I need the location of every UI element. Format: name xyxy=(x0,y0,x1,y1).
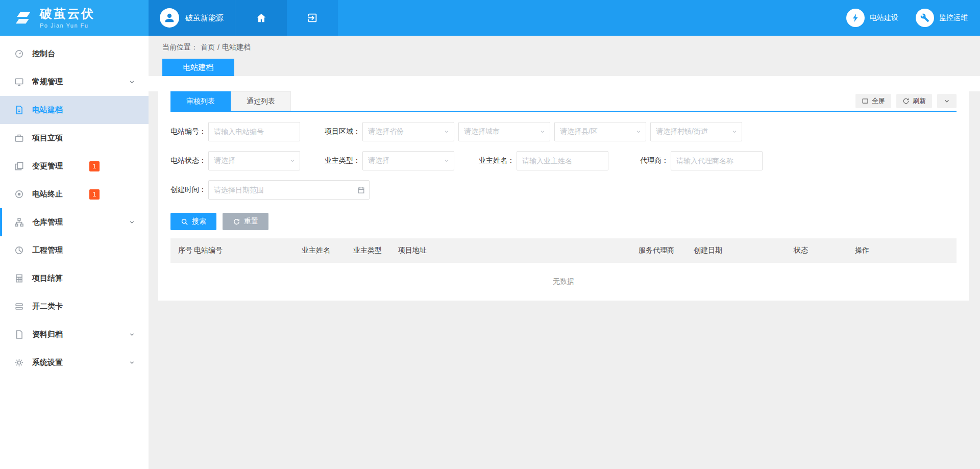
province-select[interactable]: 请选择省份 xyxy=(362,122,454,141)
document-icon xyxy=(14,105,24,115)
col-index: 序号 xyxy=(170,246,194,255)
logo-icon xyxy=(12,9,34,27)
breadcrumb-home-link[interactable]: 首页 xyxy=(201,43,215,52)
chevron-down-icon xyxy=(444,129,450,135)
tab-review-list[interactable]: 审核列表 xyxy=(170,91,231,111)
chevron-down-icon xyxy=(540,129,546,135)
sidebar-item-station-termination[interactable]: 电站终止 1 xyxy=(0,180,149,208)
date-range-input[interactable] xyxy=(208,180,370,200)
page-tab-station-filing[interactable]: 电站建档 xyxy=(162,59,234,76)
card-tab-bar: 审核列表 通过列表 全屏 刷新 xyxy=(170,91,957,112)
logout-button[interactable] xyxy=(287,0,338,36)
tab-bar-strip xyxy=(149,76,980,91)
reset-button[interactable]: 重置 xyxy=(223,213,268,230)
tab-passed-list[interactable]: 通过列表 xyxy=(231,91,291,111)
refresh-icon xyxy=(902,97,910,105)
app-header: 破茧云伏 Po Jian Yun Fu 破茧新能源 电站建设 xyxy=(0,0,980,36)
col-created-date: 创建日期 xyxy=(694,246,794,255)
sidebar-item-engineering-mgmt[interactable]: 工程管理 xyxy=(0,236,149,264)
nav-monitoring-ops-label: 监控运维 xyxy=(939,13,968,22)
col-service-agent: 服务代理商 xyxy=(639,246,694,255)
briefcase-icon xyxy=(14,133,24,143)
agent-input[interactable] xyxy=(671,151,763,170)
chevron-down-icon xyxy=(444,158,450,164)
calendar-icon xyxy=(357,186,365,194)
company-name: 破茧新能源 xyxy=(185,13,224,23)
sidebar-item-general-mgmt[interactable]: 常规管理 xyxy=(0,68,149,96)
wrench-icon xyxy=(920,13,929,22)
main-content: 当前位置： 首页 / 电站建档 电站建档 审核列表 通过列表 全屏 刷新 xyxy=(149,36,980,469)
town-select[interactable]: 请选择村镇/街道 xyxy=(650,122,742,141)
col-owner-type: 业主类型 xyxy=(353,246,398,255)
sidebar: 控制台 常规管理 电站建档 项目立项 变更管理 1 电站终止 1 xyxy=(0,36,149,469)
station-no-input[interactable] xyxy=(208,122,300,141)
sidebar-item-station-filing[interactable]: 电站建档 xyxy=(0,96,149,124)
logout-icon xyxy=(307,12,318,23)
breadcrumb: 当前位置： 首页 / 电站建档 xyxy=(149,36,980,59)
chevron-down-icon xyxy=(129,219,135,226)
filter-form: 电站编号： 项目区域： 请选择省份 请选择城市 请选择县/区 xyxy=(170,112,957,200)
owner-name-label: 业主姓名： xyxy=(479,156,514,165)
logo-subtitle: Po Jian Yun Fu xyxy=(40,22,95,29)
agent-label: 代理商： xyxy=(633,156,669,165)
col-project-address: 项目地址 xyxy=(398,246,639,255)
logo-title: 破茧云伏 xyxy=(40,7,95,20)
col-status: 状态 xyxy=(794,246,855,255)
chevron-down-icon xyxy=(289,158,296,164)
user-menu[interactable]: 破茧新能源 xyxy=(149,0,235,36)
record-circle-icon xyxy=(14,189,24,200)
avatar xyxy=(160,8,179,28)
lightning-icon xyxy=(850,13,861,23)
copy-icon xyxy=(14,161,24,171)
chevron-down-icon xyxy=(129,79,135,85)
sidebar-item-console[interactable]: 控制台 xyxy=(0,40,149,68)
chevron-down-icon xyxy=(731,129,738,135)
chevron-down-icon xyxy=(635,129,642,135)
nav-monitoring-ops[interactable]: 监控运维 xyxy=(916,9,968,27)
sidebar-item-project-settlement[interactable]: 项目结算 xyxy=(0,264,149,292)
empty-state: 无数据 xyxy=(170,263,957,301)
sidebar-item-warehouse-mgmt[interactable]: 仓库管理 xyxy=(0,208,149,236)
reset-icon xyxy=(233,218,240,226)
col-owner-name: 业主姓名 xyxy=(302,246,353,255)
breadcrumb-prefix: 当前位置： xyxy=(162,43,198,52)
chevron-down-icon xyxy=(129,331,135,338)
calculator-icon xyxy=(14,274,24,284)
city-select[interactable]: 请选择城市 xyxy=(458,122,550,141)
change-mgmt-badge: 1 xyxy=(89,161,100,171)
search-icon xyxy=(181,218,188,226)
sidebar-item-data-archive[interactable]: 资料归档 xyxy=(0,320,149,349)
nav-station-construction[interactable]: 电站建设 xyxy=(846,9,898,27)
monitor-icon xyxy=(14,77,24,87)
owner-type-label: 业主类型： xyxy=(325,156,360,165)
sitemap-icon xyxy=(14,217,24,228)
chevron-down-icon xyxy=(943,97,950,105)
sidebar-item-open-type2-card[interactable]: 开二类卡 xyxy=(0,292,149,320)
county-select[interactable]: 请选择县/区 xyxy=(554,122,646,141)
breadcrumb-current: 电站建档 xyxy=(222,43,251,52)
nav-station-construction-label: 电站建设 xyxy=(870,13,898,22)
created-time-label: 创建时间： xyxy=(170,185,206,194)
col-actions: 操作 xyxy=(855,246,957,255)
refresh-button[interactable]: 刷新 xyxy=(896,94,932,108)
sidebar-item-project-initiation[interactable]: 项目立项 xyxy=(0,124,149,152)
chevron-down-icon xyxy=(129,359,135,366)
fullscreen-button[interactable]: 全屏 xyxy=(855,94,891,108)
home-button[interactable] xyxy=(235,0,287,36)
fullscreen-icon xyxy=(862,97,869,105)
owner-name-input[interactable] xyxy=(517,151,608,170)
sidebar-item-system-settings[interactable]: 系统设置 xyxy=(0,349,149,377)
search-button[interactable]: 搜索 xyxy=(170,213,216,230)
station-termination-badge: 1 xyxy=(89,189,100,200)
collapse-toolbar-button[interactable] xyxy=(937,94,957,108)
dashboard-icon xyxy=(14,49,24,59)
owner-type-select[interactable]: 请选择 xyxy=(362,151,454,170)
station-status-label: 电站状态： xyxy=(170,156,206,165)
gear-icon xyxy=(14,358,24,368)
user-icon xyxy=(163,12,176,24)
col-station-no: 电站编号 xyxy=(194,246,302,255)
table-header: 序号 电站编号 业主姓名 业主类型 项目地址 服务代理商 创建日期 状态 操作 xyxy=(170,238,957,263)
sidebar-item-change-mgmt[interactable]: 变更管理 1 xyxy=(0,152,149,180)
home-icon xyxy=(256,12,267,23)
station-status-select[interactable]: 请选择 xyxy=(208,151,300,170)
